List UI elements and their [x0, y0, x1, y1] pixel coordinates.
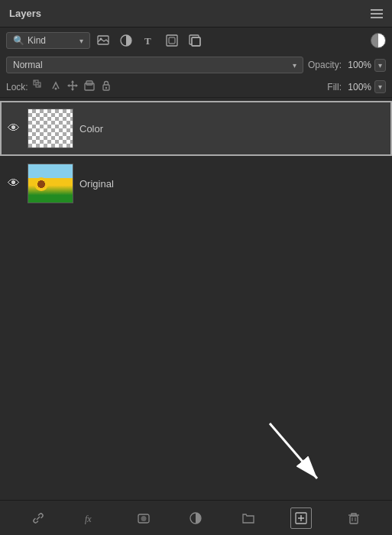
transparent-thumbnail	[28, 109, 73, 148]
arrow-container	[0, 397, 392, 500]
svg-rect-33	[350, 516, 358, 524]
layer-visibility-toggle[interactable]: 👁	[6, 121, 21, 136]
layer-item[interactable]: 👁 Original	[0, 156, 392, 211]
layer-name: Original	[79, 178, 386, 190]
svg-rect-11	[34, 80, 36, 83]
filter-kind-select[interactable]: 🔍 Kind ▾	[6, 32, 90, 49]
filter-toolbar: 🔍 Kind ▾ T	[0, 28, 392, 54]
lock-all-icon[interactable]	[100, 79, 112, 94]
svg-text:fx: fx	[85, 514, 92, 524]
opacity-circle-toggle[interactable]	[371, 33, 386, 48]
instruction-arrow	[262, 416, 331, 492]
chevron-down-icon: ▾	[79, 37, 83, 45]
new-layer-button[interactable]	[290, 507, 312, 529]
layer-thumbnail	[28, 109, 73, 148]
group-layers-button[interactable]	[238, 507, 259, 529]
fill-label: Fill:	[327, 82, 342, 92]
svg-rect-12	[38, 85, 40, 87]
svg-point-23	[105, 87, 106, 89]
layer-name: Color	[79, 123, 386, 135]
layers-list: 👁 Color 👁 Original	[0, 98, 392, 397]
kind-label: Kind	[28, 35, 76, 46]
svg-marker-16	[71, 80, 74, 83]
layer-visibility-toggle[interactable]: 👁	[6, 176, 21, 191]
opacity-label: Opacity:	[308, 60, 342, 70]
blend-opacity-toolbar: Normal ▾ Opacity: 100% ▾	[0, 54, 392, 76]
lock-image-icon[interactable]	[50, 79, 62, 94]
eye-icon: 👁	[8, 122, 20, 135]
blend-mode-select[interactable]: Normal ▾	[6, 57, 303, 73]
layer-item[interactable]: 👁 Color	[0, 101, 392, 156]
bottom-area: fx	[0, 397, 392, 535]
lock-position-icon[interactable]	[66, 79, 79, 94]
fill-group: Fill: 100% ▾	[327, 80, 386, 93]
svg-point-13	[54, 88, 57, 90]
layer-thumbnail	[28, 164, 73, 203]
panel-header: Layers	[0, 0, 392, 28]
fill-value[interactable]: 100%	[345, 82, 371, 92]
lock-label: Lock:	[6, 82, 28, 92]
svg-marker-17	[71, 89, 74, 91]
fill-chevron-button[interactable]: ▾	[374, 80, 386, 93]
new-adjustment-layer-button[interactable]	[185, 507, 206, 529]
shape-filter-icon[interactable]	[164, 32, 180, 49]
add-layer-style-button[interactable]: fx	[80, 507, 102, 529]
eye-icon: 👁	[8, 177, 20, 190]
svg-rect-5	[169, 37, 175, 44]
text-filter-icon[interactable]: T	[141, 32, 157, 49]
opacity-chevron-button[interactable]: ▾	[374, 59, 386, 72]
svg-point-28	[141, 516, 146, 521]
image-filter-icon[interactable]	[95, 32, 112, 49]
add-mask-button[interactable]	[133, 507, 154, 529]
svg-marker-18	[67, 84, 70, 87]
opacity-group: Opacity: 100% ▾	[308, 59, 386, 72]
lock-icons-group	[33, 79, 112, 94]
svg-rect-7	[192, 37, 200, 46]
panel-title: Layers	[9, 8, 41, 19]
delete-layer-button[interactable]	[343, 507, 364, 529]
link-layers-button[interactable]	[28, 507, 49, 529]
svg-line-25	[270, 423, 317, 478]
layers-panel: Layers 🔍 Kind ▾	[0, 0, 392, 535]
adjustment-filter-icon[interactable]	[118, 32, 134, 49]
lock-fill-toolbar: Lock:	[0, 76, 392, 98]
blend-mode-label: Normal	[13, 60, 290, 70]
svg-marker-19	[76, 84, 78, 87]
filter-icons-group: T	[95, 32, 203, 49]
smart-object-filter-icon[interactable]	[186, 32, 203, 49]
search-icon: 🔍	[13, 35, 24, 46]
lock-artboard-icon[interactable]	[83, 79, 96, 94]
svg-rect-4	[167, 35, 177, 46]
opacity-value[interactable]: 100%	[345, 60, 371, 70]
sunflower-thumbnail	[28, 164, 73, 203]
blend-chevron-icon: ▾	[293, 61, 296, 70]
lock-transparent-icon[interactable]	[33, 79, 45, 94]
bottom-toolbar: fx	[0, 500, 392, 535]
panel-menu-button[interactable]	[371, 9, 383, 18]
svg-text:T: T	[144, 35, 151, 47]
